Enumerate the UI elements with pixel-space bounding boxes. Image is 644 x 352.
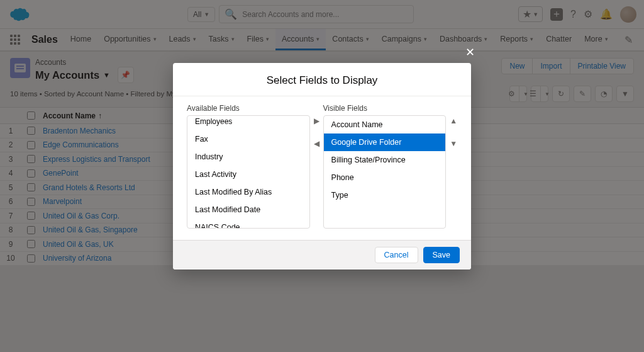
available-fields-label: Available Fields <box>187 104 310 113</box>
move-up-button[interactable]: ▲ <box>450 116 457 125</box>
visible-fields-list[interactable]: Account NameGoogle Drive FolderBilling S… <box>323 115 447 229</box>
available-field-option[interactable]: Employees <box>187 116 309 130</box>
visible-fields-label: Visible Fields <box>323 104 447 113</box>
modal-backdrop[interactable]: ✕ Select Fields to Display Available Fie… <box>0 0 644 352</box>
available-field-option[interactable]: Last Modified By Alias <box>187 183 309 201</box>
modal-title: Select Fields to Display <box>173 63 471 96</box>
cancel-button[interactable]: Cancel <box>375 247 418 263</box>
select-fields-modal: ✕ Select Fields to Display Available Fie… <box>173 63 471 270</box>
available-field-option[interactable]: Industry <box>187 148 309 166</box>
visible-field-option[interactable]: Account Name <box>324 116 446 133</box>
visible-field-option[interactable]: Google Drive Folder <box>324 133 446 151</box>
close-modal-button[interactable]: ✕ <box>465 45 475 59</box>
move-down-button[interactable]: ▼ <box>450 139 457 148</box>
move-left-button[interactable]: ◀ <box>314 139 319 148</box>
available-fields-list[interactable]: EmployeesFaxIndustryLast ActivityLast Mo… <box>187 115 310 229</box>
available-field-option[interactable]: Last Modified Date <box>187 201 309 219</box>
save-button[interactable]: Save <box>423 247 460 263</box>
visible-field-option[interactable]: Type <box>324 186 446 204</box>
available-field-option[interactable]: NAICS Code <box>187 219 309 229</box>
visible-field-option[interactable]: Billing State/Province <box>324 151 446 169</box>
available-field-option[interactable]: Last Activity <box>187 166 309 183</box>
visible-field-option[interactable]: Phone <box>324 169 446 186</box>
move-right-button[interactable]: ▶ <box>314 116 319 125</box>
available-field-option[interactable]: Fax <box>187 130 309 148</box>
